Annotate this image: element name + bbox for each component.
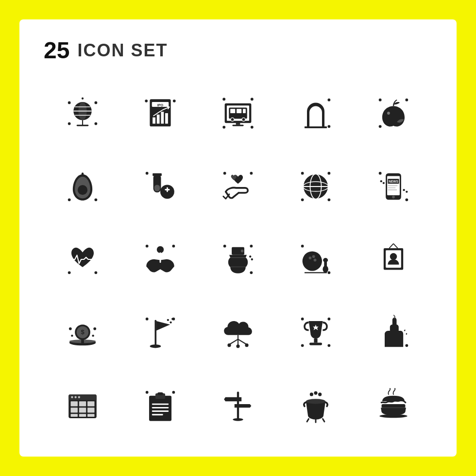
svg-point-107	[93, 327, 96, 330]
svg-rect-20	[165, 113, 168, 124]
main-card: 25 ICON SET	[19, 19, 457, 457]
svg-point-47	[146, 171, 149, 174]
svg-point-133	[327, 344, 330, 347]
svg-point-36	[327, 99, 330, 102]
svg-rect-145	[87, 401, 94, 406]
svg-rect-35	[232, 125, 243, 126]
svg-rect-19	[161, 112, 164, 123]
svg-point-32	[231, 118, 234, 121]
svg-point-119	[150, 345, 161, 348]
svg-rect-73	[388, 189, 397, 190]
svg-line-124	[229, 340, 238, 345]
svg-point-96	[314, 259, 317, 262]
svg-rect-72	[388, 187, 395, 188]
icon-coin-plate: $	[44, 296, 121, 369]
icon-avocado	[44, 150, 121, 222]
svg-point-22	[222, 98, 225, 101]
icon-flag-stand	[121, 296, 199, 369]
svg-point-40	[405, 99, 408, 102]
svg-point-91	[301, 245, 304, 248]
icon-test-tube-plus	[121, 150, 199, 222]
svg-point-55	[250, 171, 253, 174]
svg-point-131	[327, 318, 330, 321]
svg-point-152	[146, 391, 149, 394]
svg-rect-157	[152, 403, 169, 405]
svg-rect-71	[388, 185, 397, 186]
svg-point-83	[157, 246, 164, 253]
svg-point-105	[390, 253, 397, 260]
icon-apple-fruit	[355, 77, 432, 150]
svg-point-84	[223, 245, 226, 248]
icon-person-hands	[121, 223, 199, 296]
svg-point-39	[379, 99, 382, 102]
svg-point-122	[171, 318, 173, 320]
svg-rect-156	[157, 392, 163, 395]
svg-point-4	[82, 98, 84, 100]
svg-point-132	[301, 344, 304, 347]
svg-point-45	[78, 185, 87, 195]
svg-rect-18	[157, 115, 160, 124]
svg-line-102	[393, 244, 398, 248]
svg-line-167	[307, 419, 309, 422]
svg-point-37	[327, 125, 330, 128]
svg-point-44	[94, 198, 97, 201]
svg-text:IPO: IPO	[157, 103, 164, 107]
svg-point-81	[146, 245, 149, 248]
svg-point-99	[323, 258, 328, 262]
svg-rect-53	[167, 187, 168, 192]
svg-rect-150	[79, 414, 86, 417]
svg-point-80	[94, 271, 97, 274]
icon-signpost	[199, 369, 277, 442]
svg-point-77	[403, 189, 405, 191]
svg-point-95	[312, 255, 315, 258]
svg-rect-159	[152, 410, 169, 412]
page-title: ICON SET	[77, 40, 168, 61]
icon-phone-news: NEWS	[355, 150, 432, 222]
icon-clipboard	[121, 369, 199, 442]
svg-point-65	[379, 171, 382, 174]
svg-rect-134	[314, 339, 317, 343]
svg-line-101	[389, 244, 393, 248]
svg-point-59	[327, 198, 330, 201]
icon-arch-door	[277, 77, 355, 150]
svg-rect-160	[152, 414, 163, 415]
svg-text:NEWS: NEWS	[389, 180, 398, 183]
svg-point-12	[145, 100, 148, 102]
svg-point-54	[223, 171, 226, 174]
svg-text:$: $	[81, 329, 85, 336]
svg-point-78	[406, 190, 408, 192]
svg-point-163	[310, 392, 313, 396]
svg-rect-154	[149, 396, 171, 421]
icon-cauldron	[277, 369, 355, 442]
svg-point-33	[242, 118, 245, 121]
svg-point-128	[236, 345, 239, 348]
svg-point-41	[379, 125, 382, 128]
header: 25 ICON SET	[44, 39, 432, 62]
svg-rect-146	[71, 408, 78, 412]
svg-rect-148	[87, 408, 94, 412]
svg-point-90	[251, 258, 253, 260]
svg-point-142	[78, 396, 80, 398]
svg-point-66	[405, 198, 408, 201]
svg-point-13	[173, 100, 176, 102]
svg-rect-46	[82, 172, 84, 176]
svg-point-88	[241, 250, 244, 253]
svg-point-129	[245, 343, 248, 347]
icon-cloud-network	[199, 296, 277, 369]
icon-picture-frame	[355, 223, 432, 296]
svg-point-0	[68, 102, 71, 104]
icon-globe-circle	[277, 150, 355, 222]
icon-grid: IPO	[44, 77, 432, 442]
svg-point-86	[250, 271, 253, 274]
svg-rect-49	[154, 185, 160, 191]
svg-rect-144	[79, 401, 86, 406]
svg-point-106	[69, 327, 72, 330]
svg-point-162	[233, 418, 243, 421]
icon-heart-rate	[44, 223, 121, 296]
svg-rect-29	[230, 109, 235, 114]
svg-point-42	[387, 112, 390, 115]
svg-point-141	[74, 396, 76, 398]
svg-point-89	[249, 255, 251, 257]
svg-point-2	[68, 122, 71, 125]
svg-point-120	[167, 319, 169, 321]
